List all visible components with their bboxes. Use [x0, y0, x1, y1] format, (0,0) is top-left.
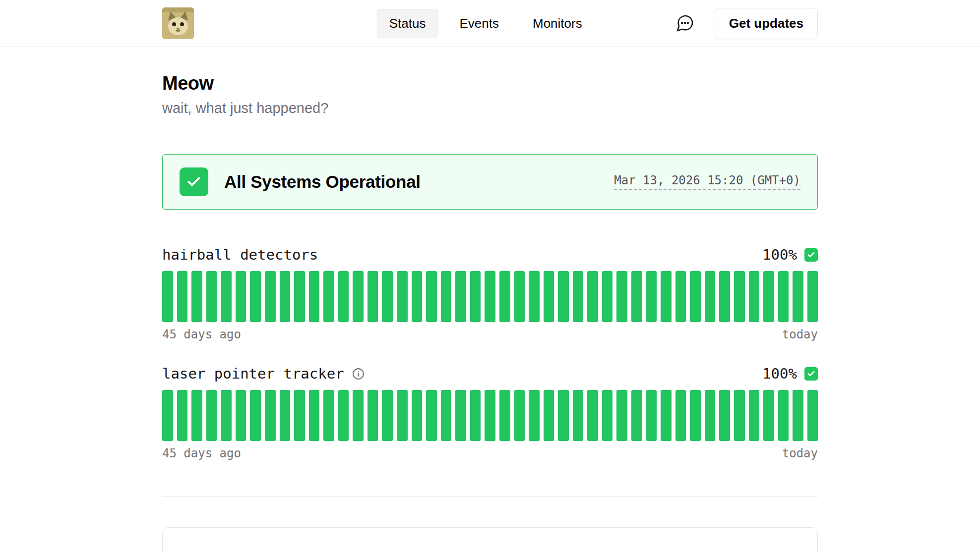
uptime-bar[interactable] — [236, 390, 246, 441]
uptime-bar[interactable] — [412, 271, 423, 322]
uptime-bar[interactable] — [441, 390, 452, 441]
uptime-bar[interactable] — [705, 390, 716, 441]
uptime-bar[interactable] — [236, 271, 246, 322]
uptime-bar[interactable] — [573, 390, 584, 441]
uptime-bar[interactable] — [455, 390, 466, 441]
uptime-bar[interactable] — [544, 271, 554, 322]
uptime-bar[interactable] — [382, 390, 393, 441]
uptime-bar[interactable] — [499, 271, 510, 322]
tab-events[interactable]: Events — [447, 9, 511, 38]
logo-avatar[interactable] — [162, 7, 194, 39]
uptime-bar[interactable] — [397, 271, 408, 322]
uptime-bar[interactable] — [558, 390, 569, 441]
status-timestamp[interactable]: Mar 13, 2026 15:20 (GMT+0) — [614, 173, 800, 190]
uptime-bar[interactable] — [485, 390, 495, 441]
uptime-bar[interactable] — [778, 390, 789, 441]
uptime-bar[interactable] — [280, 271, 291, 322]
uptime-bar[interactable] — [734, 390, 745, 441]
uptime-bar[interactable] — [734, 271, 745, 322]
uptime-bar[interactable] — [368, 271, 378, 322]
uptime-bar[interactable] — [280, 390, 291, 441]
uptime-bar[interactable] — [441, 271, 452, 322]
uptime-bar[interactable] — [719, 390, 730, 441]
uptime-bar[interactable] — [616, 390, 627, 441]
uptime-bar[interactable] — [221, 390, 232, 441]
uptime-bar[interactable] — [368, 390, 378, 441]
uptime-bar[interactable] — [705, 271, 716, 322]
uptime-bar[interactable] — [191, 271, 202, 322]
uptime-bar[interactable] — [661, 271, 672, 322]
uptime-bar[interactable] — [690, 390, 701, 441]
uptime-bar[interactable] — [397, 390, 408, 441]
uptime-bar[interactable] — [602, 271, 613, 322]
tab-monitors[interactable]: Monitors — [520, 9, 595, 38]
uptime-bar[interactable] — [631, 390, 642, 441]
uptime-bar[interactable] — [646, 390, 657, 441]
uptime-bar[interactable] — [338, 390, 349, 441]
uptime-bar[interactable] — [250, 390, 261, 441]
uptime-bar[interactable] — [807, 271, 818, 322]
uptime-bar[interactable] — [426, 390, 437, 441]
uptime-bar[interactable] — [294, 271, 305, 322]
uptime-bar[interactable] — [602, 390, 613, 441]
uptime-bar[interactable] — [573, 271, 584, 322]
uptime-bar[interactable] — [690, 271, 701, 322]
uptime-bar[interactable] — [514, 271, 525, 322]
uptime-bar[interactable] — [382, 271, 393, 322]
uptime-bar[interactable] — [206, 271, 217, 322]
uptime-bar[interactable] — [807, 390, 818, 441]
uptime-bar[interactable] — [294, 390, 305, 441]
uptime-bar[interactable] — [353, 271, 364, 322]
uptime-bar[interactable] — [412, 390, 423, 441]
uptime-bar[interactable] — [529, 271, 540, 322]
uptime-bar[interactable] — [206, 390, 217, 441]
uptime-bar[interactable] — [426, 271, 437, 322]
uptime-bar[interactable] — [631, 271, 642, 322]
uptime-bar[interactable] — [661, 390, 672, 441]
uptime-bar[interactable] — [455, 271, 466, 322]
uptime-bar[interactable] — [470, 271, 481, 322]
uptime-bar[interactable] — [309, 390, 320, 441]
tab-status[interactable]: Status — [377, 9, 438, 38]
uptime-bar[interactable] — [763, 271, 774, 322]
uptime-bar[interactable] — [763, 390, 774, 441]
monitor-status-check-badge — [804, 248, 818, 262]
uptime-bar[interactable] — [616, 271, 627, 322]
uptime-bar[interactable] — [646, 271, 657, 322]
monitor-info-button[interactable] — [352, 368, 365, 380]
uptime-bar[interactable] — [323, 271, 334, 322]
uptime-bar[interactable] — [323, 390, 334, 441]
uptime-bar[interactable] — [675, 271, 686, 322]
feedback-chat-button[interactable] — [672, 10, 698, 36]
uptime-bar[interactable] — [250, 271, 261, 322]
uptime-bar[interactable] — [177, 390, 188, 441]
uptime-bar[interactable] — [558, 271, 569, 322]
uptime-bar[interactable] — [749, 271, 760, 322]
uptime-bar[interactable] — [719, 271, 730, 322]
uptime-bar[interactable] — [353, 390, 364, 441]
uptime-bar[interactable] — [749, 390, 760, 441]
uptime-bar[interactable] — [778, 271, 789, 322]
uptime-bar[interactable] — [529, 390, 540, 441]
uptime-bar[interactable] — [499, 390, 510, 441]
uptime-bar[interactable] — [162, 390, 173, 441]
uptime-bar[interactable] — [265, 271, 276, 322]
uptime-bar[interactable] — [162, 271, 173, 322]
page-subtitle: wait, what just happened? — [162, 100, 818, 116]
uptime-bar[interactable] — [309, 271, 320, 322]
uptime-bar[interactable] — [338, 271, 349, 322]
uptime-bar[interactable] — [177, 271, 188, 322]
uptime-bar[interactable] — [675, 390, 686, 441]
uptime-bar[interactable] — [514, 390, 525, 441]
uptime-bar[interactable] — [485, 271, 495, 322]
uptime-bar[interactable] — [221, 271, 232, 322]
uptime-bar[interactable] — [587, 271, 598, 322]
uptime-bar[interactable] — [587, 390, 598, 441]
uptime-bar[interactable] — [191, 390, 202, 441]
uptime-bar[interactable] — [265, 390, 276, 441]
uptime-bar[interactable] — [793, 390, 803, 441]
get-updates-button[interactable]: Get updates — [715, 8, 818, 39]
uptime-bar[interactable] — [793, 271, 803, 322]
uptime-bar[interactable] — [544, 390, 554, 441]
uptime-bar[interactable] — [470, 390, 481, 441]
